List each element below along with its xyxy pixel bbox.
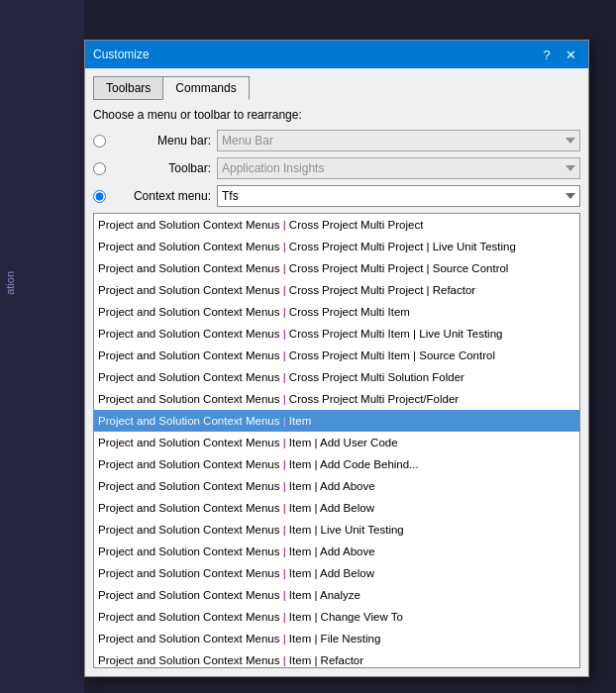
context-menu-dropdown[interactable]: Tfs [217,185,580,207]
list-item[interactable]: Project and Solution Context Menus | Cro… [94,214,579,236]
context-menu-label: Context menu: [112,189,211,203]
list-item[interactable]: Project and Solution Context Menus | Ite… [94,497,579,519]
list-item[interactable]: Project and Solution Context Menus | Ite… [94,475,579,497]
dialog-title: Customize [93,48,150,61]
list-item[interactable]: Project and Solution Context Menus | Cro… [94,323,579,345]
description-label: Choose a menu or toolbar to rearrange: [93,108,580,122]
dialog-content: Toolbars Commands Choose a menu or toolb… [85,68,588,676]
tab-commands[interactable]: Commands [162,76,249,100]
radio-context-menu[interactable] [93,190,106,203]
list-item[interactable]: Project and Solution Context Menus | Ite… [94,562,579,584]
list-item[interactable]: Project and Solution Context Menus | Ite… [94,584,579,606]
option-row-menu-bar: Menu bar: Menu Bar [93,130,580,151]
menu-bar-dropdown[interactable]: Menu Bar [217,130,580,151]
title-bar: Customize ? ✕ [85,41,588,68]
list-item[interactable]: Project and Solution Context Menus | Ite… [94,453,579,475]
help-button[interactable]: ? [537,46,557,63]
side-text: ation [0,267,20,299]
customize-dialog: Customize ? ✕ Toolbars Commands Choose a… [84,40,589,677]
list-item[interactable]: Project and Solution Context Menus | Ite… [94,541,579,562]
list-item[interactable]: Project and Solution Context Menus | Cro… [94,388,579,410]
close-button[interactable]: ✕ [561,46,580,63]
list-item[interactable]: Project and Solution Context Menus | Ite… [94,410,579,432]
background-panel [0,0,84,693]
radio-toolbar[interactable] [93,162,106,175]
radio-menu-bar[interactable] [93,135,106,148]
option-row-toolbar: Toolbar: Application Insights [93,157,580,179]
tabs-container: Toolbars Commands [93,76,580,100]
list-item[interactable]: Project and Solution Context Menus | Ite… [94,519,579,541]
list-item[interactable]: Project and Solution Context Menus | Cro… [94,236,579,257]
commands-list[interactable]: Project and Solution Context Menus | Cro… [93,213,580,668]
list-item[interactable]: Project and Solution Context Menus | Cro… [94,366,579,388]
list-item[interactable]: Project and Solution Context Menus | Cro… [94,301,579,323]
list-item[interactable]: Project and Solution Context Menus | Cro… [94,279,579,301]
toolbar-dropdown[interactable]: Application Insights [217,157,580,179]
list-item[interactable]: Project and Solution Context Menus | Cro… [94,345,579,366]
tab-toolbars[interactable]: Toolbars [93,76,162,100]
list-item[interactable]: Project and Solution Context Menus | Ite… [94,649,579,668]
title-bar-buttons: ? ✕ [537,46,580,63]
list-item[interactable]: Project and Solution Context Menus | Ite… [94,432,579,453]
menu-bar-label: Menu bar: [112,134,211,148]
toolbar-label: Toolbar: [112,161,211,175]
option-row-context-menu: Context menu: Tfs [93,185,580,207]
list-item[interactable]: Project and Solution Context Menus | Ite… [94,606,579,628]
list-item[interactable]: Project and Solution Context Menus | Cro… [94,257,579,279]
list-item[interactable]: Project and Solution Context Menus | Ite… [94,628,579,649]
